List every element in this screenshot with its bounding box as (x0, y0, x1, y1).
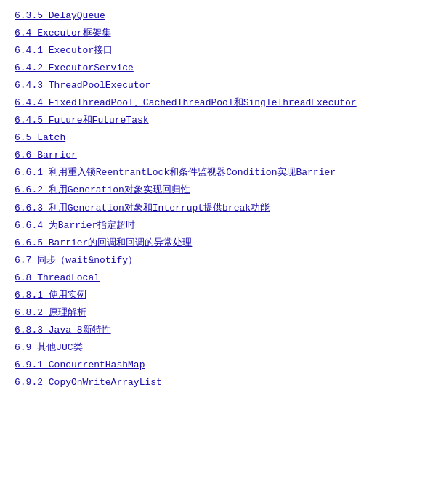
item-661[interactable]: 6.6.1 利用重入锁ReentrantLock和条件监视器Condition实… (15, 164, 418, 182)
item-683[interactable]: 6.8.3 Java 8新特性 (15, 322, 418, 339)
item-66[interactable]: 6.6 Barrier (15, 147, 418, 164)
item-635[interactable]: 6.3.5 DelayQueue (15, 7, 418, 25)
item-69[interactable]: 6.9 其他JUC类 (15, 339, 418, 357)
item-663[interactable]: 6.6.3 利用Generation对象和Interrupt提供break功能 (15, 200, 418, 217)
item-662[interactable]: 6.6.2 利用Generation对象实现回归性 (15, 182, 418, 199)
item-691[interactable]: 6.9.1 ConcurrentHashMap (15, 357, 418, 374)
item-692[interactable]: 6.9.2 CopyOnWriteArrayList (15, 374, 418, 391)
item-67[interactable]: 6.7 同步（wait&notify） (15, 252, 418, 269)
item-681[interactable]: 6.8.1 使用实例 (15, 287, 418, 304)
item-645[interactable]: 6.4.5 Future和FutureTask (15, 112, 418, 129)
item-643[interactable]: 6.4.3 ThreadPoolExecutor (15, 77, 418, 94)
item-68[interactable]: 6.8 ThreadLocal (15, 269, 418, 287)
item-65[interactable]: 6.5 Latch (15, 129, 418, 147)
item-664[interactable]: 6.6.4 为Barrier指定超时 (15, 217, 418, 235)
item-64[interactable]: 6.4 Executor框架集 (15, 25, 418, 42)
item-682[interactable]: 6.8.2 原理解析 (15, 304, 418, 322)
item-644[interactable]: 6.4.4 FixedThreadPool、CachedThreadPool和S… (15, 94, 418, 112)
toc-container: 6.3.5 DelayQueue6.4 Executor框架集6.4.1 Exe… (15, 7, 418, 391)
item-642[interactable]: 6.4.2 ExecutorService (15, 60, 418, 77)
item-641[interactable]: 6.4.1 Executor接口 (15, 42, 418, 60)
item-665[interactable]: 6.6.5 Barrier的回调和回调的异常处理 (15, 235, 418, 252)
